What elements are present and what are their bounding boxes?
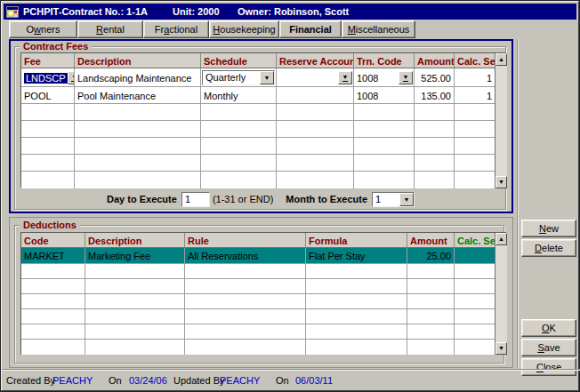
- schedule-dropdown-icon[interactable]: ▼: [260, 71, 274, 84]
- table-row: [21, 294, 495, 309]
- save-button[interactable]: Save: [521, 339, 576, 356]
- col-description: Description: [75, 53, 201, 68]
- table-row[interactable]: POOL Pool Maintenance Monthly 1008 135.0…: [21, 87, 495, 104]
- month-dropdown-icon[interactable]: ▼: [399, 193, 414, 206]
- deductions-group-label: Deductions: [20, 220, 80, 230]
- tab-financial[interactable]: Financial: [279, 20, 342, 38]
- table-row: [21, 138, 495, 155]
- deductions-header-row: Code Description Rule Formula Amount Cal…: [21, 233, 495, 248]
- tab-miscellaneous[interactable]: Miscellaneous: [342, 20, 415, 38]
- col-fee: Fee: [21, 53, 75, 68]
- formula-cell[interactable]: Flat Per Stay: [306, 248, 407, 264]
- deductions-grid: Code Description Rule Formula Amount Cal…: [20, 232, 506, 355]
- schedule-combo[interactable]: Quarterly ▼: [202, 70, 275, 85]
- new-button[interactable]: New: [521, 220, 576, 237]
- updated-on-label: On: [276, 375, 289, 386]
- col-reserve-account: Reserve Account: [277, 53, 354, 68]
- amount-cell[interactable]: 25.00: [407, 248, 455, 264]
- day-to-execute-label: Day to Execute: [107, 194, 177, 204]
- table-row: [21, 121, 495, 138]
- code-cell[interactable]: MARKET: [21, 248, 85, 264]
- calc-seq-cell[interactable]: [455, 248, 495, 264]
- table-row: [21, 324, 495, 340]
- tab-fractional[interactable]: Fractional: [143, 20, 209, 38]
- contract-fees-grid: Fee Description Schedule Reserve Account…: [20, 52, 506, 188]
- tab-housekeeping[interactable]: Housekeeping: [209, 20, 279, 38]
- col-calc-seq: Calc. Seq.: [455, 53, 495, 68]
- reserve-account-cell[interactable]: [277, 87, 354, 104]
- amount-cell[interactable]: 525.00: [415, 68, 455, 87]
- updated-on-value: 06/03/11: [295, 375, 333, 386]
- created-on-label: On: [109, 375, 122, 386]
- scroll-up-icon[interactable]: ▲: [495, 53, 507, 66]
- table-row: [21, 264, 495, 279]
- description-cell[interactable]: Landscaping Maintenance: [75, 68, 201, 87]
- tab-rental[interactable]: Rental: [77, 20, 143, 38]
- owner-label: Owner: Robinson, Scott: [238, 6, 349, 17]
- reserve-account-cell[interactable]: ▼: [277, 68, 354, 87]
- calc-seq-cell[interactable]: 1: [455, 87, 495, 104]
- deductions-scrollbar[interactable]: ▲ ▼: [495, 233, 507, 355]
- table-row: [21, 172, 495, 188]
- contract-fees-scrollbar[interactable]: ▲ ▼: [495, 53, 507, 188]
- col-trn-code: Trn. Code: [354, 53, 415, 68]
- col-code: Code: [21, 233, 85, 248]
- reserve-account-dropdown-icon[interactable]: ▼: [338, 71, 352, 84]
- unit-label: Unit: 2000: [173, 6, 220, 17]
- scroll-down-icon[interactable]: ▼: [495, 176, 507, 188]
- month-to-execute-label: Month to Execute: [286, 194, 367, 204]
- execute-settings-row: Day to Execute (1-31 or END) Month to Ex…: [107, 191, 415, 207]
- fee-cell[interactable]: POOL: [21, 87, 75, 104]
- table-row: [21, 104, 495, 121]
- contract-fees-group-label: Contract Fees: [20, 41, 92, 52]
- day-to-execute-input[interactable]: [181, 192, 210, 207]
- delete-button[interactable]: Delete: [521, 239, 576, 257]
- scroll-up-icon[interactable]: ▲: [495, 233, 507, 245]
- calc-seq-cell[interactable]: 1: [455, 68, 495, 87]
- window-title: PCHPIT-Contract No.: 1-1A: [23, 6, 148, 17]
- table-row[interactable]: MARKET Marketing Fee All Reservations Fl…: [21, 248, 495, 264]
- close-button[interactable]: Close: [521, 358, 576, 376]
- schedule-cell[interactable]: Quarterly ▼: [201, 68, 277, 87]
- scroll-down-icon[interactable]: ▼: [495, 342, 507, 355]
- tab-owners[interactable]: Owners: [9, 20, 77, 38]
- description-cell[interactable]: Pool Maintenance: [75, 87, 201, 104]
- trn-code-cell[interactable]: 1008: [354, 87, 415, 104]
- amount-cell[interactable]: 135.00: [415, 87, 455, 104]
- schedule-combo-value[interactable]: Quarterly: [203, 72, 260, 83]
- ok-button[interactable]: OK: [521, 319, 576, 337]
- trn-code-dropdown-icon[interactable]: ▼: [399, 71, 413, 84]
- footer-separator: [2, 369, 580, 371]
- table-row: [21, 279, 495, 294]
- month-to-execute-combo[interactable]: 1 ▼: [372, 192, 415, 207]
- title-bar: PCHPIT-Contract No.: 1-1A Unit: 2000 Own…: [4, 4, 576, 20]
- col-amount: Amount: [407, 233, 455, 248]
- fee-dropdown-icon[interactable]: ▼: [68, 71, 75, 84]
- table-row: [21, 309, 495, 324]
- col-description: Description: [85, 233, 185, 248]
- table-row[interactable]: LNDSCP ▼ Landscaping Maintenance Quarter…: [21, 68, 495, 87]
- fee-cell[interactable]: LNDSCP ▼: [21, 68, 75, 87]
- col-schedule: Schedule: [201, 53, 277, 68]
- app-icon: [6, 6, 19, 18]
- created-on-value: 03/24/06: [129, 375, 167, 386]
- col-formula: Formula: [306, 233, 407, 248]
- created-by-label: Created By: [6, 375, 55, 386]
- trn-code-value[interactable]: 1008: [357, 73, 378, 84]
- col-amount: Amount: [415, 53, 455, 68]
- table-row: [21, 340, 495, 355]
- month-to-execute-value[interactable]: 1: [373, 194, 399, 204]
- schedule-cell[interactable]: Monthly: [201, 87, 277, 104]
- updated-by-label: Updated By: [173, 375, 224, 386]
- table-row: [21, 155, 495, 172]
- created-by-value: PEACHY: [52, 375, 93, 386]
- col-rule: Rule: [185, 233, 306, 248]
- contract-fees-panel: Contract Fees Fee Description Schedule R…: [9, 39, 513, 213]
- rule-cell[interactable]: All Reservations: [185, 248, 306, 264]
- fee-combo-value[interactable]: LNDSCP: [24, 73, 68, 84]
- trn-code-cell[interactable]: 1008 ▼: [354, 68, 415, 87]
- panel-divider: [517, 39, 519, 368]
- col-calc-seq: Calc. Seq: [455, 233, 495, 248]
- description-cell[interactable]: Marketing Fee: [85, 248, 185, 264]
- day-range-hint: (1-31 or END): [213, 194, 273, 204]
